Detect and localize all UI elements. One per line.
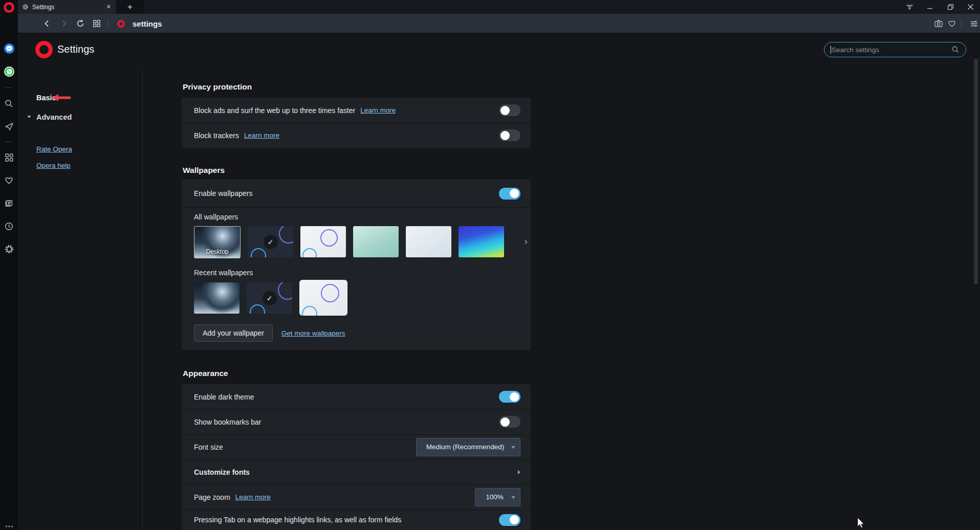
sidebar-divider: [6, 87, 12, 88]
forward-button[interactable]: [57, 14, 71, 33]
wallpaper-thumb-light[interactable]: [300, 226, 346, 257]
row-label: Pressing Tab on a webpage highlights lin…: [194, 516, 401, 524]
speed-dial-icon[interactable]: [0, 151, 18, 164]
window-close-button[interactable]: [961, 0, 980, 14]
tab-settings[interactable]: Settings ✕: [18, 0, 116, 14]
opera-help-link[interactable]: Opera help: [36, 162, 71, 169]
window-minimize-button[interactable]: [920, 0, 940, 14]
page-zoom-value: 100%: [486, 493, 504, 501]
selected-check-icon: ✓: [264, 235, 278, 249]
get-more-wallpapers-link[interactable]: Get more wallpapers: [281, 329, 345, 337]
block-trackers-toggle[interactable]: [499, 129, 520, 141]
selected-check-icon: ✓: [263, 291, 277, 305]
bookmark-heart-icon[interactable]: [945, 14, 959, 33]
opera-menu-button[interactable]: [0, 1, 18, 14]
page-title: Settings: [57, 43, 94, 55]
block-ads-toggle[interactable]: [499, 104, 520, 116]
wallpapers-scroll-right-icon[interactable]: ›: [524, 235, 528, 247]
personal-news-icon[interactable]: [0, 196, 18, 210]
tab-search-button[interactable]: [900, 0, 919, 14]
messenger-icon[interactable]: [0, 42, 18, 55]
text-caret: [831, 46, 831, 54]
tab-bar: Settings ✕ +: [18, 0, 980, 14]
row-customize-fonts[interactable]: Customize fonts: [182, 459, 531, 484]
bookmarks-heart-icon[interactable]: [0, 173, 18, 187]
add-wallpaper-button[interactable]: Add your wallpaper: [194, 324, 273, 342]
font-size-dropdown[interactable]: Medium (Recommended): [416, 438, 520, 456]
row-tab-highlight: Pressing Tab on a webpage highlights lin…: [182, 510, 531, 530]
sidebar: [0, 0, 18, 530]
wallpapers-card: Enable wallpapers All wallpapers Desktop…: [182, 179, 531, 350]
row-page-zoom: Page zoom Learn more 100%: [182, 484, 531, 510]
learn-more-link[interactable]: Learn more: [244, 131, 279, 139]
window-restore-button[interactable]: [941, 0, 960, 14]
rate-opera-link[interactable]: Rate Opera: [36, 145, 72, 153]
wallpaper-actions: Add your wallpaper Get more wallpapers: [194, 324, 345, 342]
font-size-value: Medium (Recommended): [426, 443, 504, 451]
my-flow-icon[interactable]: [0, 120, 18, 133]
easy-setup-sliders-icon[interactable]: [967, 14, 980, 33]
wallpaper-thumb-pale[interactable]: [406, 226, 451, 257]
learn-more-link[interactable]: Learn more: [360, 106, 396, 114]
scrollbar-thumb[interactable]: [974, 59, 978, 284]
advanced-expand-icon[interactable]: [27, 116, 31, 118]
opera-logo-icon: [4, 2, 14, 13]
dark-theme-toggle[interactable]: [499, 391, 520, 403]
nav-item-advanced[interactable]: Advanced: [36, 113, 72, 121]
new-tab-button[interactable]: +: [116, 0, 144, 14]
dropdown-caret-icon: [511, 446, 515, 449]
bookmarks-bar-toggle[interactable]: [499, 416, 520, 428]
all-wallpapers-label: All wallpapers: [194, 213, 238, 221]
sidebar-settings-gear-icon[interactable]: [0, 242, 18, 256]
all-wallpapers-row: Desktop ✓: [194, 226, 504, 258]
back-button[interactable]: [40, 14, 54, 33]
tab-title: Settings: [32, 4, 105, 11]
appearance-card: Enable dark theme Show bookmarks bar Fon…: [182, 384, 531, 530]
row-block-ads: Block ads and surf the web up to three t…: [182, 98, 531, 123]
plus-icon: +: [127, 3, 133, 11]
row-label: Show bookmarks bar: [194, 418, 262, 426]
page-zoom-dropdown[interactable]: 100%: [475, 488, 520, 506]
recent-thumb-light-hover[interactable]: [299, 280, 347, 316]
mouse-cursor: [858, 518, 865, 530]
recent-thumb-space[interactable]: [194, 282, 239, 314]
snapshot-camera-icon[interactable]: [932, 14, 945, 33]
wallpaper-thumb-teal[interactable]: [353, 226, 399, 257]
dropdown-caret-icon: [511, 496, 515, 499]
enable-wallpapers-toggle[interactable]: [499, 188, 520, 200]
row-bookmarks-bar: Show bookmarks bar: [182, 409, 531, 434]
row-label: Font size: [194, 443, 223, 451]
row-divider: [182, 207, 531, 208]
section-title-wallpapers: Wallpapers: [183, 166, 225, 175]
history-clock-icon[interactable]: [0, 219, 18, 233]
reload-button[interactable]: [74, 14, 87, 33]
wallpaper-thumb-gradient[interactable]: [459, 226, 504, 257]
sidebar-search-icon[interactable]: [0, 97, 18, 110]
row-block-trackers: Block trackers Learn more: [182, 123, 531, 148]
section-title-privacy: Privacy protection: [183, 82, 252, 92]
search-settings-box[interactable]: [824, 42, 966, 57]
learn-more-link[interactable]: Learn more: [235, 493, 271, 501]
search-magnifier-icon[interactable]: [951, 46, 960, 54]
speed-dial-grid-icon[interactable]: [90, 14, 103, 33]
opera-logo-icon: [35, 41, 53, 58]
search-settings-input[interactable]: [832, 46, 951, 54]
row-label: Block ads and surf the web up to three t…: [194, 106, 355, 115]
address-bar: settings: [18, 14, 980, 33]
recent-wallpapers-label: Recent wallpapers: [194, 269, 253, 277]
wallpaper-thumb-desktop[interactable]: Desktop: [194, 226, 241, 258]
row-label: Enable dark theme: [194, 393, 254, 401]
settings-page: Settings Basic Advanced Rate Opera Opera…: [18, 33, 980, 530]
wallpaper-thumb-dark-selected[interactable]: ✓: [248, 226, 293, 257]
recent-wallpapers-row: ✓: [194, 282, 347, 316]
sidebar-more-dots-icon[interactable]: [0, 520, 18, 530]
address-separator: [961, 19, 962, 28]
sidebar-divider: [6, 142, 12, 142]
recent-thumb-dark-selected[interactable]: ✓: [247, 282, 292, 314]
tab-highlight-toggle[interactable]: [499, 514, 520, 526]
privacy-card: Block ads and surf the web up to three t…: [182, 98, 531, 148]
tab-close-icon[interactable]: ✕: [105, 4, 112, 10]
url-text[interactable]: settings: [133, 14, 162, 33]
row-font-size: Font size Medium (Recommended): [182, 434, 531, 459]
whatsapp-icon[interactable]: [0, 65, 18, 78]
